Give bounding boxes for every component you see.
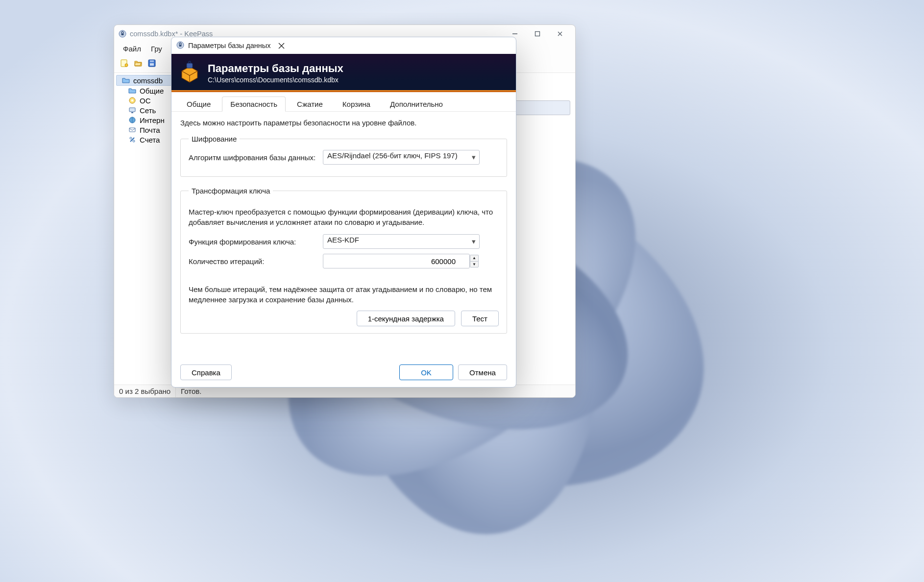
tree-item-os[interactable]: ОС [114,96,177,105]
folder-icon [128,86,137,95]
lock-icon [176,41,184,50]
settings-icon [128,96,137,105]
dialog-footer: Справка OK Отмена [171,360,516,387]
encryption-algo-label: Алгоритм шифрования базы данных: [189,153,316,162]
kdf-legend: Трансформация ключа [189,187,273,195]
folder-open-icon [122,76,130,85]
open-db-button[interactable] [132,57,145,70]
group-tree: comssdb Общие ОС Сеть Интерн Почта [114,73,178,385]
cancel-button[interactable]: Отмена [458,364,507,380]
save-db-button[interactable] [146,57,158,70]
kdf-fn-select[interactable]: AES-KDF [323,234,480,249]
tree-item-label: Общие [140,87,164,95]
lock-icon [118,29,127,38]
tab-advanced[interactable]: Дополнительно [382,97,451,112]
tree-root-label: comssdb [133,76,163,85]
db-settings-dialog: Параметры базы данных Параметры базы дан… [171,37,516,388]
maximize-button[interactable] [526,26,549,41]
iterations-label: Количество итераций: [189,257,316,266]
close-button[interactable] [549,26,571,41]
dialog-banner: Параметры базы данных C:\Users\comss\Doc… [171,54,516,92]
dialog-window-title: Параметры базы данных [188,42,271,49]
tab-compression[interactable]: Сжатие [289,97,331,112]
tree-item-label: Интерн [140,116,165,124]
svg-rect-16 [131,112,133,113]
encryption-legend: Шифрование [189,135,240,143]
menu-file[interactable]: Файл [119,43,145,55]
svg-rect-15 [129,108,135,112]
help-button[interactable]: Справка [180,364,232,380]
percent-icon [128,135,137,144]
kdf-group: Трансформация ключа Мастер-ключ преобраз… [180,187,507,334]
dialog-titlebar: Параметры базы данных [171,37,516,54]
menu-group-truncated[interactable]: Гру [147,43,166,55]
tree-item-mail[interactable]: Почта [114,125,177,135]
svg-rect-12 [150,60,154,62]
svg-point-20 [133,140,135,142]
svg-point-9 [125,64,128,67]
tree-item-label: Счета [140,136,160,144]
tree-item-label: Сеть [140,106,156,115]
banner-path: C:\Users\comss\Documents\comssdb.kdbx [208,76,343,84]
tab-security-content: Здесь можно настроить параметры безопасн… [171,112,516,360]
security-desc: Здесь можно настроить параметры безопасн… [180,119,507,127]
iterations-advice: Чем больше итераций, тем надёжнее защита… [189,284,499,305]
svg-rect-5 [122,33,124,35]
svg-rect-23 [187,63,193,68]
encryption-algo-select[interactable]: AES/Rijndael (256-бит ключ, FIPS 197) [323,150,480,165]
monitor-icon [128,106,137,115]
globe-icon [128,116,137,124]
tree-item-internet[interactable]: Интерн [114,115,177,125]
mail-icon [128,125,137,134]
kdf-fn-label: Функция формирования ключа: [189,238,316,246]
tab-recyclebin[interactable]: Корзина [334,97,379,112]
svg-rect-11 [150,63,154,66]
svg-rect-18 [129,128,135,132]
dialog-close-button[interactable] [271,38,292,53]
tab-general[interactable]: Общие [178,97,219,112]
iterations-input[interactable] [323,254,470,268]
ok-button[interactable]: OK [399,364,453,380]
tree-item-label: ОС [140,97,151,105]
status-selection: 0 из 2 выбрано [114,385,175,397]
one-second-delay-button[interactable]: 1-секундная задержка [357,311,455,326]
box-icon [171,60,208,86]
tree-item-accounts[interactable]: Счета [114,135,177,145]
kdf-help: Мастер-ключ преобразуется с помощью функ… [189,207,499,227]
tab-security[interactable]: Безопасность [222,97,286,112]
encryption-group: Шифрование Алгоритм шифрования базы данн… [180,135,507,177]
tree-root[interactable]: comssdb [116,75,175,86]
test-button[interactable]: Тест [461,311,499,326]
tree-item-network[interactable]: Сеть [114,105,177,115]
iterations-spin-down[interactable]: ▼ [470,261,479,268]
iterations-spin-up[interactable]: ▲ [470,255,479,261]
svg-rect-7 [535,32,540,36]
banner-title: Параметры базы данных [208,62,343,75]
svg-point-14 [131,99,133,101]
tree-item-general[interactable]: Общие [114,86,177,96]
dialog-tabs: Общие Безопасность Сжатие Корзина Дополн… [171,92,516,112]
svg-point-19 [130,137,132,139]
new-db-button[interactable] [118,57,131,70]
tree-item-label: Почта [140,126,160,134]
svg-rect-22 [179,45,182,47]
